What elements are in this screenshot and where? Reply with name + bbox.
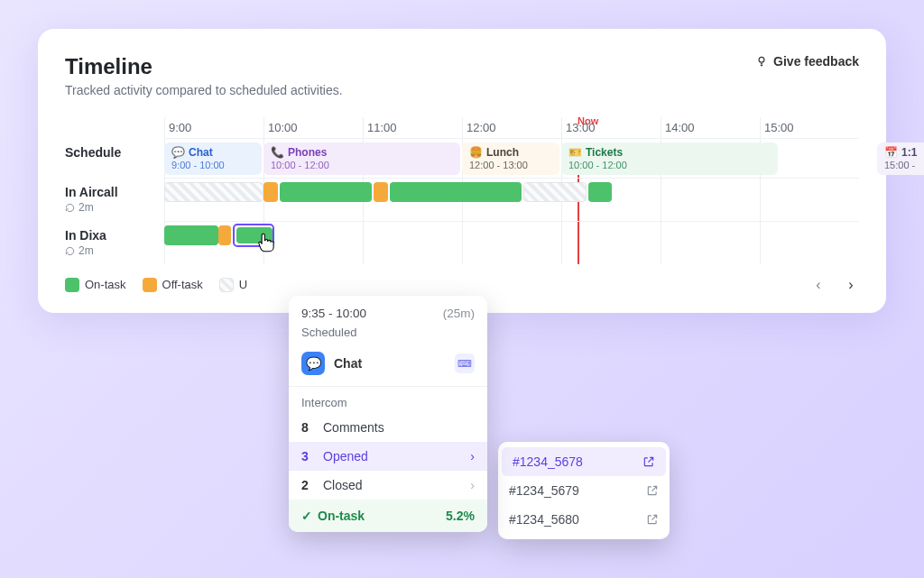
hour-tick: 11:00 (363, 117, 462, 138)
swatch-offtask (143, 278, 157, 292)
ticket-id: #1234_5680 (509, 512, 579, 527)
seg-offtask[interactable] (263, 182, 278, 202)
schedule-block-tickets[interactable]: 🎫Tickets 10:00 - 12:00 (561, 142, 778, 175)
seg-ontask[interactable] (280, 182, 372, 202)
ticket-id: #1234_5678 (513, 454, 583, 469)
swatch-untracked (219, 278, 234, 292)
legend: On-task Off-task U ‹ › (65, 277, 859, 293)
chat-icon: 💬 (171, 146, 185, 160)
aircall-row: In Aircall 2m (65, 178, 859, 221)
popover-row-closed[interactable]: 2 Closed › (289, 471, 487, 500)
aircall-track[interactable] (164, 178, 859, 221)
popover-ontask-pct: 5.2% (446, 509, 475, 523)
external-link-icon (646, 513, 659, 526)
hours-axis: 9:00 10:00 11:00 12:00 13:00 14:00 15:00 (164, 117, 859, 138)
seg-ontask[interactable] (588, 182, 612, 202)
lightbulb-icon (755, 55, 768, 68)
tickets-popover: #1234_5678 #1234_5679 #1234_5680 (498, 442, 670, 539)
hour-tick: 14:00 (661, 117, 760, 138)
seg-offtask[interactable] (374, 182, 388, 202)
swatch-ontask (65, 278, 79, 292)
schedule-block-phones[interactable]: 📞Phones 10:00 - 12:00 (263, 142, 460, 175)
legend-untracked-label: U (239, 278, 247, 291)
keyboard-icon[interactable]: ⌨ (455, 353, 475, 373)
chevron-right-icon: › (470, 478, 475, 492)
hour-tick: 12:00 (462, 117, 561, 138)
external-link-icon (642, 455, 655, 468)
page-title: Timeline (65, 54, 343, 79)
ticket-row[interactable]: #1234_5679 (498, 476, 670, 505)
popover-duration: (25m) (443, 307, 475, 320)
segment-popover: 9:35 - 10:00 (25m) Scheduled 💬 Chat ⌨ In… (289, 296, 487, 532)
chevron-right-icon: › (470, 449, 475, 463)
ticket-row[interactable]: #1234_5680 (498, 505, 670, 534)
check-icon: ✓ (301, 509, 312, 523)
timeline-grid: Now 9:00 10:00 11:00 12:00 13:00 14:00 1… (65, 117, 859, 293)
refresh-icon (65, 203, 75, 213)
schedule-block-chat[interactable]: 💬Chat 9:00 - 10:00 (164, 142, 262, 175)
popover-channel: Chat (334, 356, 446, 371)
schedule-row: Schedule 💬Chat 9:00 - 10:00 📞Phones 10:0… (65, 138, 859, 178)
hour-tick: 9:00 (164, 117, 263, 138)
feedback-label: Give feedback (773, 54, 859, 69)
chat-app-icon: 💬 (301, 352, 325, 375)
ticket-icon: 🎫 (568, 146, 582, 160)
schedule-block-oneonone[interactable]: 📅1:1 15:00 - (877, 142, 924, 175)
dixa-label: In Dixa (65, 228, 157, 243)
timeline-card: Timeline Tracked activity compared to sc… (38, 29, 886, 313)
popover-scheduled-label: Scheduled (301, 326, 475, 339)
schedule-label: Schedule (65, 138, 164, 178)
dixa-row: In Dixa 2m (65, 221, 859, 264)
calendar-icon: 📅 (884, 146, 898, 160)
seg-offtask[interactable] (218, 225, 231, 245)
next-button[interactable]: › (843, 277, 859, 293)
popover-ontask-footer: ✓On-task 5.2% (289, 500, 487, 532)
aircall-label: In Aircall (65, 185, 157, 199)
ticket-id: #1234_5679 (509, 483, 579, 498)
dixa-track[interactable] (164, 221, 859, 264)
legend-offtask-label: Off-task (162, 278, 203, 291)
svg-point-0 (759, 57, 764, 62)
seg-ontask[interactable] (164, 225, 218, 245)
seg-untracked[interactable] (164, 182, 263, 202)
prev-button[interactable]: ‹ (810, 277, 827, 293)
refresh-icon (65, 246, 75, 256)
hour-tick: 10:00 (263, 117, 363, 138)
cursor-hand-icon (254, 231, 278, 254)
popover-section-title: Intercom (289, 387, 487, 413)
legend-ontask-label: On-task (85, 278, 126, 291)
burger-icon: 🍔 (469, 146, 483, 160)
hour-tick: 13:00 (561, 117, 661, 138)
page-subtitle: Tracked activity compared to scheduled a… (65, 83, 343, 97)
external-link-icon (646, 484, 659, 497)
popover-row-comments[interactable]: 8 Comments (289, 413, 487, 442)
seg-untracked[interactable] (523, 182, 587, 202)
popover-time: 9:35 - 10:00 (301, 307, 366, 320)
phone-icon: 📞 (271, 146, 284, 160)
schedule-block-lunch[interactable]: 🍔Lunch 12:00 - 13:00 (462, 142, 559, 175)
ticket-row[interactable]: #1234_5678 (502, 447, 666, 476)
hour-tick: 15:00 (760, 117, 859, 138)
give-feedback-button[interactable]: Give feedback (755, 54, 859, 69)
schedule-track: 💬Chat 9:00 - 10:00 📞Phones 10:00 - 12:00… (164, 138, 859, 178)
seg-ontask[interactable] (390, 182, 522, 202)
popover-row-opened[interactable]: 3 Opened › (289, 442, 487, 471)
